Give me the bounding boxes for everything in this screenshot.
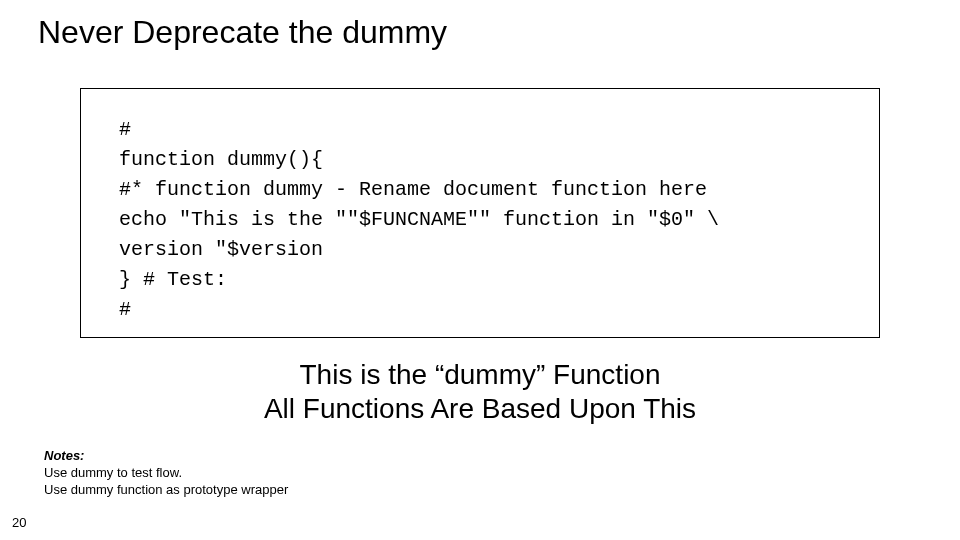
- notes-line-1: Use dummy to test flow.: [44, 465, 182, 480]
- notes-heading: Notes:: [44, 448, 84, 463]
- slide-title: Never Deprecate the dummy: [38, 14, 447, 51]
- code-block: # function dummy(){ #* function dummy - …: [119, 115, 849, 325]
- notes-line-2: Use dummy function as prototype wrapper: [44, 482, 288, 497]
- page-number: 20: [12, 515, 26, 530]
- slide-subtitle: This is the “dummy” Function All Functio…: [80, 358, 880, 425]
- code-block-frame: # function dummy(){ #* function dummy - …: [80, 88, 880, 338]
- notes-section: Notes: Use dummy to test flow. Use dummy…: [44, 448, 288, 499]
